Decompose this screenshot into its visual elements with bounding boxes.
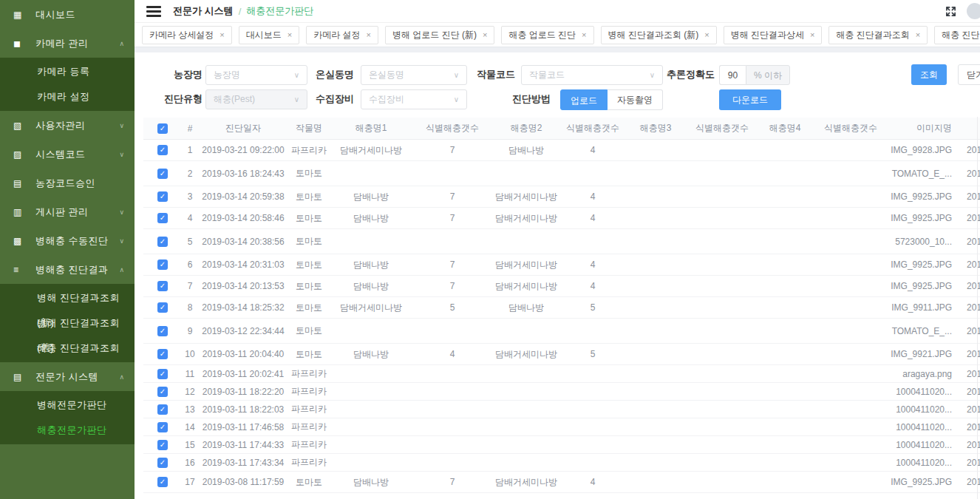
tab-close-icon[interactable]: × — [367, 31, 371, 39]
table-row[interactable]: ✓22019-03-16 18:24:43토마토TOMATO_E_...2019 — [143, 161, 980, 186]
checkbox-cell: ✓ — [143, 404, 182, 415]
avatar[interactable] — [967, 3, 980, 19]
table-row[interactable]: ✓92019-03-12 22:34:44토마토TOMATO_E_...2019 — [143, 319, 980, 344]
table-cell: 2019 — [955, 145, 980, 155]
row-checkbox[interactable]: ✓ — [157, 237, 168, 247]
row-checkbox[interactable]: ✓ — [157, 458, 168, 468]
row-checkbox[interactable]: ✓ — [157, 349, 168, 359]
sidebar-item[interactable]: ▨시스템코드∨ — [0, 140, 135, 169]
sidebar-item[interactable]: ▥게시판 관리∨ — [0, 197, 135, 226]
sidebar-subitem[interactable]: 카메라 등록 — [0, 59, 135, 84]
diagnosis-method-label: 진단방법 — [471, 89, 551, 109]
sidebar-subitem[interactable]: 병해 진단결과조회 (新) — [0, 285, 135, 310]
table-cell: 4 — [560, 213, 625, 223]
table-cell: 7 — [412, 145, 492, 155]
table-cell: 16 — [182, 458, 198, 468]
sidebar-item[interactable]: ▦대시보드 — [0, 0, 135, 29]
farm-name-select[interactable]: 농장명 ∨ — [205, 65, 307, 85]
tab[interactable]: 병해 업로드 진단 (新)× — [385, 26, 494, 44]
table-row[interactable]: ✓142019-03-11 17:46:58파프리카1000411020...2… — [143, 418, 980, 436]
row-checkbox[interactable]: ✓ — [157, 369, 168, 379]
tab[interactable]: 병해 진단결과상세× — [724, 26, 823, 44]
sidebar-subitem[interactable]: 해충 진단결과조회 — [0, 336, 135, 361]
table-cell: 2019-03-11 17:46:58 — [198, 422, 288, 432]
tab[interactable]: 대시보드× — [239, 26, 299, 44]
table-cell: 9 — [182, 326, 198, 336]
tab[interactable]: 해충 진단결과조회× — [828, 26, 928, 44]
select-all-checkbox[interactable]: ✓ — [157, 123, 168, 134]
row-checkbox[interactable]: ✓ — [157, 281, 168, 291]
menu-toggle-icon[interactable] — [146, 6, 161, 16]
table-cell: 토마토 — [288, 476, 330, 489]
table-row[interactable]: ✓132019-03-11 18:22:03파프리카1000411020...2… — [143, 401, 980, 418]
method-autocapture-button[interactable]: 자동촬영 — [608, 89, 663, 110]
fullscreen-icon[interactable] — [945, 6, 956, 17]
table-row[interactable]: ✓122019-03-11 18:22:20파프리카1000411020...2… — [143, 383, 980, 401]
table-row[interactable]: ✓72019-03-14 20:13:53토마토담배나방7담배거세미나방4IMG… — [143, 276, 980, 297]
table-row[interactable]: ✓52019-03-14 20:38:56토마토5723000_10...201… — [143, 229, 980, 254]
table-row[interactable]: ✓42019-03-14 20:58:46토마토담배나방7담배거세미나방4IMG… — [143, 208, 980, 229]
row-checkbox[interactable]: ✓ — [157, 404, 168, 415]
table-cell: 7 — [412, 477, 492, 487]
close-button[interactable]: 닫기 — [958, 64, 980, 85]
table-row[interactable]: ✓12019-03-21 09:22:00파프리카담배거세미나방7담배나방4IM… — [143, 140, 980, 161]
sidebar-item[interactable]: ≡병해충 진단결과∧ — [0, 255, 135, 284]
table-cell: 2 — [182, 169, 198, 179]
table-cell: IMG_9925.JPG — [890, 213, 955, 223]
sidebar-item[interactable]: ▩병해충 수동진단∨ — [0, 226, 135, 255]
sidebar-subitem[interactable]: 해충전문가판단 — [0, 418, 135, 443]
row-checkbox[interactable]: ✓ — [157, 326, 168, 336]
row-checkbox[interactable]: ✓ — [157, 422, 168, 432]
tab-close-icon[interactable]: × — [704, 31, 709, 39]
tab-close-icon[interactable]: × — [916, 31, 920, 39]
greenhouse-select[interactable]: 온실동명 ∨ — [361, 65, 467, 85]
sidebar-item[interactable]: ▤전문가 시스템∧ — [0, 362, 135, 391]
row-checkbox[interactable]: ✓ — [157, 191, 168, 202]
sidebar-item[interactable]: ◼카메라 관리∧ — [0, 29, 135, 58]
tab[interactable]: 카메라 상세설정× — [142, 26, 232, 44]
row-checkbox[interactable]: ✓ — [157, 440, 168, 450]
table-row[interactable]: ✓82019-03-14 18:25:32토마토담배거세미나방5담배나방5IMG… — [143, 297, 980, 319]
tab[interactable]: 카메라 설정× — [306, 26, 378, 44]
row-checkbox[interactable]: ✓ — [157, 259, 168, 270]
tab-close-icon[interactable]: × — [287, 31, 292, 39]
sidebar-subitem[interactable]: 병해 진단결과조회 (舊) — [0, 310, 135, 336]
table-cell: 토마토 — [288, 191, 330, 203]
diagnosis-type-select[interactable]: 해충(Pest) ∨ — [205, 89, 307, 109]
row-checkbox[interactable]: ✓ — [157, 145, 168, 155]
table-row[interactable]: ✓62019-03-14 20:31:03토마토담배나방7담배거세미나방4IMG… — [143, 254, 980, 276]
device-label: 수집장비 — [308, 89, 354, 109]
row-checkbox[interactable]: ✓ — [157, 213, 168, 223]
table-row[interactable]: ✓102019-03-11 20:04:40토마토담배나방4담배거세미나방5IM… — [143, 344, 980, 365]
download-button[interactable]: 다운로드 — [719, 89, 781, 110]
row-checkbox[interactable]: ✓ — [157, 169, 168, 179]
tab[interactable]: 병해 진단결과조회 (新)× — [601, 26, 717, 44]
table-row[interactable]: ✓162019-03-11 17:43:34파프리카1000411020...2… — [143, 454, 980, 472]
tab-close-icon[interactable]: × — [220, 31, 224, 39]
crop-code-select[interactable]: 작물코드 ∨ — [521, 65, 663, 85]
tab-close-icon[interactable]: × — [810, 31, 814, 39]
table-cell: 토마토 — [288, 280, 330, 293]
table-row[interactable]: ✓152019-03-11 17:44:33파프리카1000411020...2… — [143, 436, 980, 454]
sidebar-subitem[interactable]: 병해전문가판단 — [0, 393, 135, 418]
table-row[interactable]: ✓172019-03-08 11:17:59토마토담배나방7담배거세미나방4IM… — [143, 472, 980, 493]
sidebar-subitem[interactable]: 카메라 설정 — [0, 84, 135, 109]
device-select[interactable]: 수집장비 ∨ — [361, 89, 467, 109]
accuracy-input[interactable] — [719, 65, 746, 85]
tab-close-icon[interactable]: × — [582, 31, 586, 39]
row-checkbox[interactable]: ✓ — [157, 302, 168, 313]
breadcrumb-parent[interactable]: 전문가 시스템 — [173, 4, 234, 18]
tab[interactable]: 해충 업로드 진단× — [501, 26, 593, 44]
header-cell: 해충명4 — [758, 122, 811, 135]
sidebar-item[interactable]: ▤농장코드승인 — [0, 169, 135, 197]
method-upload-button[interactable]: 업로드 — [560, 89, 608, 110]
search-button[interactable]: 조회 — [911, 64, 947, 85]
tab[interactable]: 해충 진단결과상세× — [934, 26, 980, 44]
sidebar-item[interactable]: ▧사용자관리∨ — [0, 111, 135, 140]
table-row[interactable]: ✓112019-03-11 20:02:41파프리카aragaya.png201… — [143, 365, 980, 383]
row-checkbox[interactable]: ✓ — [157, 477, 168, 487]
table-row[interactable]: ✓32019-03-14 20:59:38토마토담배나방7담배거세미나방4IMG… — [143, 186, 980, 208]
table-cell: 담배거세미나방 — [330, 144, 412, 157]
row-checkbox[interactable]: ✓ — [157, 387, 168, 397]
tab-close-icon[interactable]: × — [483, 31, 487, 39]
